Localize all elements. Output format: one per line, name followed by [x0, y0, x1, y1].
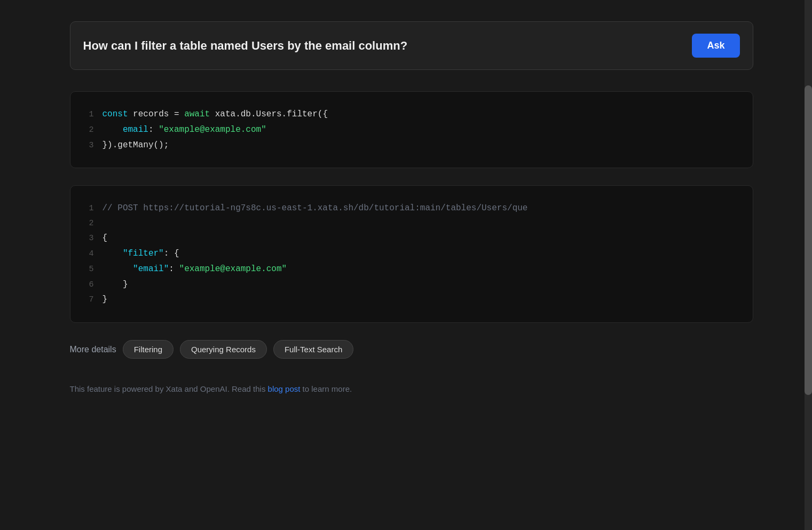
ask-button[interactable]: Ask: [692, 34, 739, 58]
code-content-1: const records = await xata.db.Users.filt…: [103, 107, 328, 122]
rest-line-3: 3 {: [83, 231, 740, 246]
line-number-3: 3: [83, 138, 94, 153]
rest-line-number-6: 6: [83, 278, 94, 292]
line-number-2: 2: [83, 123, 94, 137]
rest-line-1: 1 // POST https://tutorial-ng7s8c.us-eas…: [83, 201, 740, 216]
rest-line-7: 7 }: [83, 292, 740, 307]
more-details-section: More details Filtering Querying Records …: [70, 340, 753, 359]
code-line-1: 1 const records = await xata.db.Users.fi…: [83, 107, 740, 122]
rest-line-number-4: 4: [83, 247, 94, 261]
rest-code-content-4: "filter": {: [103, 246, 179, 262]
footer-blog-link[interactable]: blog post: [268, 384, 301, 393]
rest-line-4: 4 "filter": {: [83, 246, 740, 262]
code-content-2: email: "example@example.com": [103, 122, 266, 138]
rest-code-content-5: "email": "example@example.com": [103, 262, 287, 277]
rest-code-content-7: }: [103, 292, 108, 307]
rest-code-content-1: // POST https://tutorial-ng7s8c.us-east-…: [103, 201, 528, 216]
rest-line-number-1: 1: [83, 201, 94, 216]
code-content-3: }).getMany();: [103, 138, 169, 153]
rest-code-content-6: }: [103, 277, 128, 292]
rest-line-number-2: 2: [83, 216, 94, 231]
rest-line-number-3: 3: [83, 231, 94, 246]
tag-querying-records[interactable]: Querying Records: [180, 340, 267, 359]
question-bar: How can I filter a table named Users by …: [70, 21, 753, 70]
tag-filtering[interactable]: Filtering: [123, 340, 174, 359]
footer-text-after: to learn more.: [300, 384, 352, 393]
rest-line-6: 6 }: [83, 277, 740, 292]
rest-line-5: 5 "email": "example@example.com": [83, 262, 740, 277]
more-details-label: More details: [70, 345, 116, 354]
tag-full-text-search[interactable]: Full-Text Search: [273, 340, 353, 359]
rest-code-content-3: {: [103, 231, 108, 246]
line-number-1: 1: [83, 107, 94, 122]
rest-line-number-7: 7: [83, 292, 94, 307]
footer-text-before: This feature is powered by Xata and Open…: [70, 384, 268, 393]
code-block-typescript: 1 const records = await xata.db.Users.fi…: [70, 91, 753, 168]
code-line-3: 3 }).getMany();: [83, 138, 740, 153]
code-block-rest: 1 // POST https://tutorial-ng7s8c.us-eas…: [70, 185, 753, 323]
footer: This feature is powered by Xata and Open…: [70, 384, 753, 393]
rest-line-number-5: 5: [83, 262, 94, 276]
question-text: How can I filter a table named Users by …: [83, 39, 682, 53]
rest-line-2: 2: [83, 216, 740, 231]
code-line-2: 2 email: "example@example.com": [83, 122, 740, 138]
